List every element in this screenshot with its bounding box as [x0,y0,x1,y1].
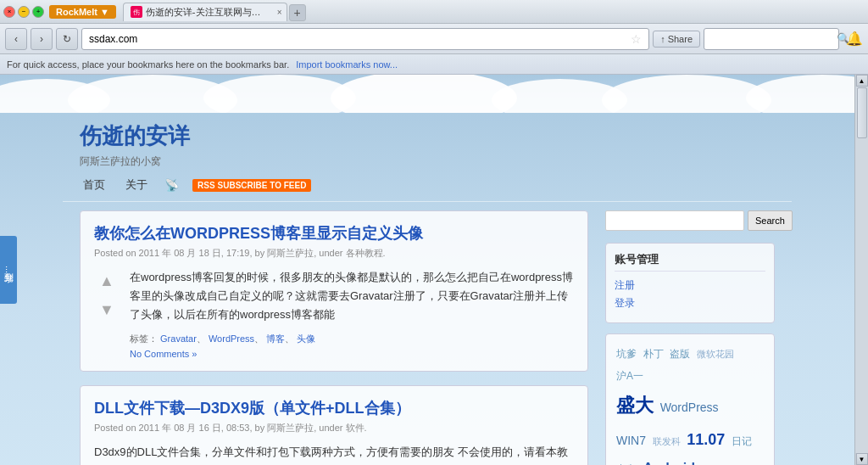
article-1-tags: 标签： Gravatar、 WordPress、 博客、 头像 [130,333,574,345]
tag-avatar[interactable]: 头像 [297,333,315,344]
back-button[interactable]: ‹ [5,28,27,50]
feed-icon: RSS [198,181,215,190]
subscribe-label: SUBSCRIBE TO FEED [218,181,307,190]
import-bookmarks-link[interactable]: Import bookmarks now... [296,59,398,70]
bookmarks-bar: For quick access, place your bookmarks h… [0,54,868,75]
upvote-arrow-icon[interactable]: ▲ [94,268,120,294]
site-title: 伤逝的安详 [80,121,775,151]
tag-cloud-item[interactable]: 中兴 [616,459,637,465]
tag-cloud-item[interactable]: 11.07 [687,424,725,455]
site-navigation: 首页 关于 📡 RSS SUBSCRIBE TO FEED [63,169,792,202]
page-layout: 教你怎么在WORDPRESS博客里显示自定义头像 Posted on 2011 … [63,202,792,465]
article-1-content: ▲ ▼ 在wordpress博客回复的时候，很多朋友的头像都是默认的，那么怎么把… [94,268,574,359]
sidebar: Search 账号管理 注册 登录 坑爹 朴丁 盗版 [605,210,775,465]
tag-cloud-item[interactable]: Android [643,455,695,465]
title-bar: × − + RockMelt ▼ 伤 伤逝的安详-关注互联网与… × + [0,0,868,24]
address-bar[interactable]: ☆ [81,28,649,50]
tag-gravatar[interactable]: Gravatar [160,333,197,344]
page-background: 伤逝的安详 阿斯兰萨拉的小窝 首页 关于 📡 RSS SUBSCRIBE TO … [0,75,854,465]
tag-cloud: 坑爹 朴丁 盗版 微软花园 沪A一 盛大 WordPress WIN7 联发科 … [605,333,775,465]
article-2: DLL文件下载—D3DX9版（单文件+DLL合集） Posted on 2011… [80,385,588,465]
account-section: 账号管理 注册 登录 [605,243,775,323]
article-1-meta: Posted on 2011 年 08 月 18 日, 17:19, by 阿斯… [94,247,574,260]
article-2-body: D3dx9的DLL文件合集，分单文件和打包下载两种方式，方便有需要的朋友 不会使… [94,443,574,465]
article-1: 教你怎么在WORDPRESS博客里显示自定义头像 Posted on 2011 … [80,210,588,372]
browser-search-box[interactable]: 🔍 [704,28,839,50]
page-content: 分享到... 伤逝的安详 阿斯兰萨拉的小窝 [0,75,868,465]
tag-cloud-item[interactable]: WIN7 [616,429,646,452]
tag-cloud-item[interactable]: 坑爹 [616,344,637,364]
tag-cloud-item[interactable]: 日记 [732,431,752,451]
url-input[interactable] [89,33,627,45]
main-content: 教你怎么在WORDPRESS博客里显示自定义头像 Posted on 2011 … [80,210,588,465]
new-tab-button[interactable]: + [289,4,306,21]
site-subtitle: 阿斯兰萨拉的小窝 [80,154,775,169]
register-link[interactable]: 注册 [615,278,765,293]
share-button[interactable]: ↑ Share [653,31,700,48]
forward-button[interactable]: › [31,28,53,50]
close-button[interactable]: × [3,6,15,18]
browser-window: × − + RockMelt ▼ 伤 伤逝的安详-关注互联网与… × + ‹ ›… [0,0,868,465]
window-controls: × − + [3,6,44,18]
scrollbar: ▲ ▼ [854,75,868,465]
tag-wordpress[interactable]: WordPress [209,333,254,344]
site-header: 伤逝的安详 阿斯兰萨拉的小窝 [63,113,792,169]
tag-cloud-item[interactable]: 微软花园 [697,345,734,363]
article-1-title[interactable]: 教你怎么在WORDPRESS博客里显示自定义头像 [94,223,574,244]
scroll-down-button[interactable]: ▼ [856,453,868,465]
tab-bar: 伤 伤逝的安详-关注互联网与… × + [123,3,865,21]
tag-cloud-item[interactable]: 朴丁 [643,344,664,364]
nav-about[interactable]: 关于 [122,176,151,194]
share-label: Share [668,34,693,44]
nav-home[interactable]: 首页 [80,176,108,194]
bookmarks-text: For quick access, place your bookmarks h… [7,59,289,70]
refresh-button[interactable]: ↻ [56,28,78,50]
bookmark-star-icon[interactable]: ☆ [631,32,642,46]
article-1-comments: No Comments » [130,349,574,359]
share-icon: ↑ [660,34,665,44]
subscribe-feed-button[interactable]: RSS SUBSCRIBE TO FEED [192,179,311,192]
scroll-up-button[interactable]: ▲ [856,75,868,87]
downvote-arrow-icon[interactable]: ▼ [94,297,120,322]
navigation-bar: ‹ › ↻ ☆ ↑ Share 🔍 🔔 [0,24,868,54]
article-1-share-arrows: ▲ ▼ [94,268,120,359]
sidebar-search-input[interactable] [605,210,744,231]
tab-favicon: 伤 [131,6,142,18]
notification-bell-icon[interactable]: 🔔 [846,31,863,47]
tag-blog[interactable]: 博客 [266,333,285,344]
article-2-title[interactable]: DLL文件下载—D3DX9版（单文件+DLL合集） [94,398,574,418]
tag-cloud-item[interactable]: 联发科 [653,432,681,451]
page-scroll-area[interactable]: 伤逝的安详 阿斯兰萨拉的小窝 首页 关于 📡 RSS SUBSCRIBE TO … [0,75,854,465]
cloud-decoration [0,75,854,113]
login-link[interactable]: 登录 [615,296,765,311]
article-1-text: 在wordpress博客回复的时候，很多朋友的头像都是默认的，那么怎么把自己在w… [130,268,574,359]
browser-search-input[interactable] [709,33,837,45]
article-1-comments-link[interactable]: No Comments » [130,349,197,359]
scroll-track [855,87,868,453]
rockmelt-logo: RockMelt ▼ [49,5,116,19]
tag-cloud-item[interactable]: 盛大 [616,387,654,424]
tab-close-icon[interactable]: × [277,8,282,17]
tag-cloud-item[interactable]: 沪A一 [616,366,643,386]
tag-cloud-item[interactable]: 盗版 [670,344,690,364]
tag-cloud-item[interactable]: WordPress [660,395,719,419]
minimize-button[interactable]: − [18,6,30,18]
sidebar-search-button[interactable]: Search [748,210,793,231]
tab-label: 伤逝的安详-关注互联网与… [146,6,261,19]
scroll-thumb[interactable] [857,87,867,138]
active-tab[interactable]: 伤 伤逝的安详-关注互联网与… × [123,3,287,21]
share-sidebar-tab[interactable]: 分享到... [0,236,17,304]
account-section-title: 账号管理 [615,252,765,272]
article-2-meta: Posted on 2011 年 08 月 16 日, 08:53, by 阿斯… [94,422,574,434]
rss-icon: 📡 [164,178,179,192]
article-1-body: 在wordpress博客回复的时候，很多朋友的头像都是默认的，那么怎么把自己在w… [130,268,574,324]
maximize-button[interactable]: + [32,6,44,18]
sidebar-search-area: Search [605,210,775,231]
